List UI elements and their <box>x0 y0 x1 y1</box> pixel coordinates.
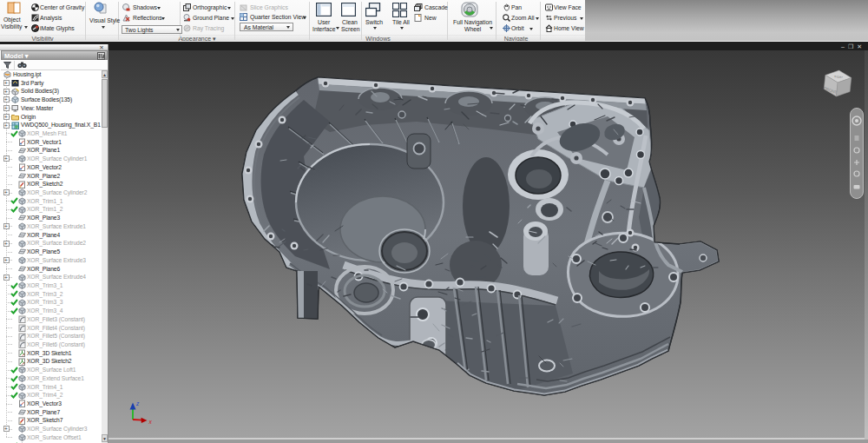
svg-text:x: x <box>148 419 153 425</box>
svg-text:z: z <box>135 400 140 407</box>
